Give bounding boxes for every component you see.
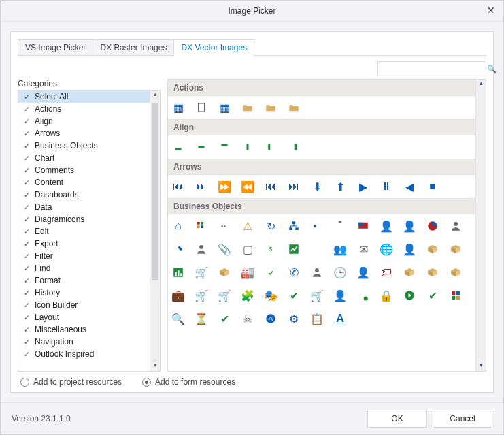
box-open-icon[interactable] [448, 242, 463, 257]
clipboard-lines-icon[interactable] [309, 242, 324, 257]
pie-icon[interactable] [425, 219, 440, 233]
text-a-icon[interactable]: A [333, 311, 348, 326]
cancel-button[interactable]: Cancel [433, 410, 492, 428]
align-bottom-icon[interactable] [171, 140, 186, 155]
category-item[interactable]: ✓Data [18, 201, 150, 213]
category-item[interactable]: ✓Navigation [18, 336, 150, 348]
align-right-icon[interactable] [286, 140, 301, 155]
pause-icon[interactable]: ⏸ [379, 179, 394, 194]
group-header[interactable]: Arrows [168, 159, 476, 175]
note-ok-icon[interactable]: ✔ [217, 311, 232, 326]
user-check-icon[interactable]: 👤 [379, 219, 394, 233]
clipboard-icon[interactable] [333, 219, 348, 233]
phone-icon[interactable]: ✆ [286, 265, 301, 280]
globe-icon[interactable]: 🌐 [379, 242, 394, 257]
radio-add-to-form[interactable]: Add to form resources [142, 377, 235, 387]
gallery-list[interactable]: Actions▦▪▦AlignArrows⏮⏭⏩⏪⏮⏭⬇⬆▶⏸◀■Busines… [168, 80, 476, 330]
funnel-icon[interactable]: ⏳ [194, 311, 209, 326]
factory-icon[interactable]: 🏭 [240, 265, 255, 280]
skull-icon[interactable]: ☠ [240, 311, 255, 326]
letter-a-icon[interactable]: A [263, 311, 278, 326]
radio-add-to-project[interactable]: Add to project resources [20, 377, 122, 387]
triangle-left-icon[interactable]: ◀ [402, 179, 417, 194]
gallery-scroll-down-icon[interactable]: ▾ [476, 361, 486, 371]
user-gold-icon[interactable]: 👤 [356, 265, 371, 280]
search-icon[interactable]: 🔍 [487, 65, 497, 74]
category-item[interactable]: ✓Comments [18, 164, 150, 176]
category-item[interactable]: ✓Actions [18, 103, 150, 115]
category-item[interactable]: ✓Edit [18, 225, 150, 238]
gallery-scroll-up-icon[interactable]: ▴ [476, 80, 486, 89]
cart-dark-icon[interactable]: 🛒 [217, 288, 232, 303]
id-card-icon[interactable] [309, 219, 324, 233]
rewind-icon[interactable]: ⏪ [240, 179, 255, 194]
users-icon[interactable]: 👥 [333, 242, 348, 257]
scroll-up-icon[interactable]: ▴ [150, 91, 160, 100]
group-header[interactable]: Business Objects [168, 198, 476, 214]
clipboard-tick-icon[interactable]: 📋 [309, 311, 324, 326]
ok-button[interactable]: OK [367, 410, 427, 428]
page-new-icon[interactable] [194, 100, 209, 115]
grid-RGB-icon[interactable] [448, 288, 463, 303]
categories-list[interactable]: ✓Select All✓Actions✓Align✓Arrows✓Busines… [18, 91, 150, 371]
scroll-down-icon[interactable]: ▾ [150, 361, 160, 371]
clipboard-check-icon[interactable] [263, 265, 278, 280]
tab-vs-image-picker[interactable]: VS Image Picker [18, 39, 93, 55]
folder-add-icon[interactable] [263, 100, 278, 115]
box-add-icon[interactable] [425, 265, 440, 280]
category-item[interactable]: ✓Business Objects [18, 140, 150, 152]
search-ok-icon[interactable]: 🔍 [171, 311, 186, 326]
chart-up-icon[interactable] [286, 242, 301, 257]
tag-icon[interactable]: 🏷 [379, 265, 394, 280]
tab-dx-raster-images[interactable]: DX Raster Images [93, 39, 174, 55]
play-icon[interactable]: ▶ [356, 179, 371, 194]
mask-icon[interactable]: 🎭 [263, 288, 278, 303]
history-icon[interactable]: ↻ [263, 219, 278, 233]
category-item[interactable]: ✓Arrows [18, 127, 150, 140]
category-item[interactable]: ✓Layout [18, 311, 150, 323]
gallery-scrollbar[interactable]: ▴ ▾ [475, 80, 486, 371]
fast-forward-icon[interactable]: ⏩ [217, 179, 232, 194]
grid-icon[interactable]: ▦ [217, 100, 232, 115]
scroll-thumb[interactable] [152, 103, 158, 280]
money-icon[interactable]: $ [263, 242, 278, 257]
user-info-icon[interactable]: 👤 [402, 242, 417, 257]
category-item[interactable]: ✓Find [18, 262, 150, 274]
category-item[interactable]: ✓Export [18, 238, 150, 250]
prev-icon[interactable]: ⏮ [263, 179, 278, 194]
grid-colors-icon[interactable] [194, 219, 209, 233]
close-button[interactable]: ✕ [487, 5, 495, 16]
category-item[interactable]: ✓Chart [18, 152, 150, 164]
flag-us-icon[interactable] [356, 219, 371, 233]
briefcase-icon[interactable]: 💼 [171, 288, 186, 303]
cart-ok-icon[interactable]: 🛒 [309, 288, 324, 303]
user-gold2-icon[interactable]: 👤 [333, 288, 348, 303]
stop-icon[interactable]: ■ [425, 179, 440, 194]
doc-check-icon[interactable] [356, 288, 371, 303]
search-input[interactable] [382, 63, 487, 74]
align-top-icon[interactable] [217, 140, 232, 155]
user-add-icon[interactable] [194, 242, 209, 257]
category-item[interactable]: ✓Format [18, 274, 150, 287]
category-item[interactable]: ✓Filter [18, 250, 150, 262]
user-icon[interactable] [448, 219, 463, 233]
box-icon[interactable] [425, 242, 440, 257]
align-stripe-icon[interactable] [263, 140, 278, 155]
skip-first-icon[interactable]: ⏮ [171, 179, 186, 194]
grid-add-icon[interactable]: ▦▪ [171, 100, 186, 115]
align-center-v-icon[interactable] [240, 140, 255, 155]
folder-open-icon[interactable] [240, 100, 255, 115]
chart-bar-icon[interactable] [171, 265, 186, 280]
folder-icon[interactable]: ▢ [240, 242, 255, 257]
category-item[interactable]: ✓History [18, 287, 150, 299]
boxes-icon[interactable] [217, 265, 232, 280]
align-middle-icon[interactable] [194, 140, 209, 155]
tab-dx-vector-images[interactable]: DX Vector Images [173, 39, 254, 56]
category-item[interactable]: ✓Miscellaneous [18, 323, 150, 336]
group-header[interactable]: Actions [168, 80, 476, 96]
org-chart-icon[interactable] [286, 219, 301, 233]
lock-icon[interactable]: 🔒 [379, 288, 394, 303]
user-solid-icon[interactable]: 👤 [402, 219, 417, 233]
next-icon[interactable]: ⏭ [286, 179, 301, 194]
clipboard-ok-icon[interactable]: ✔ [425, 288, 440, 303]
